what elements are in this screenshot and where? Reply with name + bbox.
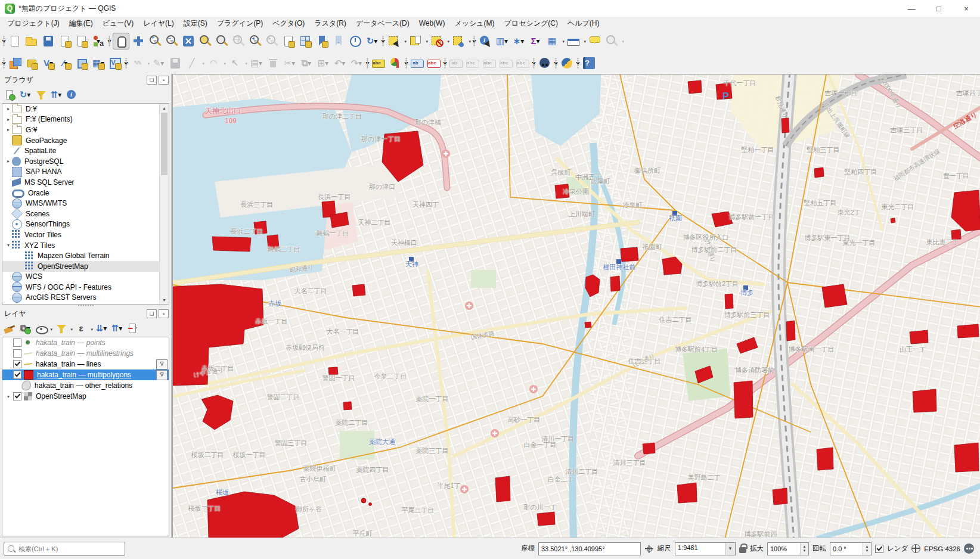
pan-map[interactable]: ▾: [113, 33, 129, 49]
open-layer-styling[interactable]: ▾: [2, 321, 17, 336]
rotation-input[interactable]: [830, 543, 863, 555]
refresh-browser[interactable]: ↻▾: [18, 88, 32, 102]
save-project[interactable]: ▾: [41, 33, 56, 49]
scroll-up-icon[interactable]: ▲: [160, 104, 169, 112]
menu-item[interactable]: 設定(S): [179, 17, 212, 30]
browser-properties[interactable]: i▾: [64, 88, 79, 102]
scroll-thumb[interactable]: [161, 113, 168, 175]
spinner-arrows-icon[interactable]: ▲▼: [863, 543, 871, 555]
refresh-map[interactable]: ↻▾: [364, 33, 380, 49]
vertex-tool[interactable]: ↖▾: [227, 55, 243, 71]
close-button[interactable]: ×: [953, 0, 980, 17]
menu-item[interactable]: ヘルプ(H): [563, 17, 604, 30]
layer-row[interactable]: hakata_train — other_relations: [2, 380, 169, 391]
pin-unpin-labels[interactable]: ab▾: [448, 55, 464, 71]
expand-arrow-icon[interactable]: [5, 127, 12, 132]
browser-item[interactable]: WCS: [2, 272, 169, 282]
browser-item[interactable]: SpatiaLite: [2, 145, 169, 156]
statistical-summary[interactable]: ▥▾: [494, 33, 510, 49]
layer-row[interactable]: OpenStreetMap: [2, 391, 169, 402]
browser-item[interactable]: WFS / OGC API - Features: [2, 282, 169, 293]
browser-item[interactable]: Mapzen Global Terrain: [2, 250, 169, 261]
toggle-editing[interactable]: ✎▾: [151, 55, 166, 71]
toggle-unplaced-labels[interactable]: abc▾: [426, 55, 442, 71]
new-geopackage-layer[interactable]: ▾: [24, 55, 39, 71]
change-label-properties[interactable]: abc▾: [515, 55, 531, 71]
filter-by-expression[interactable]: ε▾: [74, 321, 88, 336]
browser-item[interactable]: OpenStreetMap: [2, 261, 169, 272]
spinner-arrows-icon[interactable]: ▲▼: [800, 543, 808, 555]
new-print-layout[interactable]: ▾: [57, 33, 73, 49]
new-mesh-layer[interactable]: ▦▾: [91, 55, 106, 71]
add-feature[interactable]: ╱▾: [184, 55, 200, 71]
layer-row[interactable]: hakata_train — points: [2, 337, 169, 348]
select-features-by-value[interactable]: ▾: [408, 33, 423, 49]
browser-item[interactable]: D:¥: [2, 104, 169, 114]
chevron-down-icon[interactable]: ▼: [725, 543, 735, 555]
messages-icon[interactable]: [964, 544, 974, 554]
current-edits[interactable]: ✎✎▾: [129, 55, 145, 71]
menu-item[interactable]: ラスタ(R): [309, 17, 351, 30]
select-by-location[interactable]: ▾: [451, 33, 466, 49]
paste-features[interactable]: ⊞▾: [315, 55, 331, 71]
expand-arrow-icon[interactable]: [5, 159, 12, 164]
menu-item[interactable]: データベース(D): [351, 17, 414, 30]
coordinate-input[interactable]: [538, 542, 641, 555]
menu-item[interactable]: プロセシング(C): [500, 17, 563, 30]
browser-item[interactable]: XYZ Tiles: [2, 240, 169, 251]
menu-item[interactable]: Web(W): [414, 18, 450, 29]
menu-item[interactable]: メッシュ(M): [449, 17, 499, 30]
help-contents[interactable]: ?▾: [581, 55, 597, 71]
metasearch[interactable]: ▾: [537, 55, 553, 71]
new-map-view[interactable]: ▾: [281, 33, 296, 49]
panel-splitter[interactable]: [0, 303, 171, 308]
zoom-full[interactable]: ▾: [181, 33, 196, 49]
filter-browser[interactable]: ▾: [33, 88, 48, 102]
open-attribute-table[interactable]: ▦▾: [544, 33, 560, 49]
add-selected-layer[interactable]: ▾: [2, 88, 17, 102]
search-input[interactable]: [17, 545, 109, 553]
browser-item[interactable]: Scenes: [2, 209, 169, 219]
modify-attributes[interactable]: ▤▾: [249, 55, 264, 71]
new-temporary-scratch-layer[interactable]: ∕▾: [57, 55, 73, 71]
layer-checkbox[interactable]: [13, 338, 21, 347]
browser-item[interactable]: ArcGIS REST Servers: [2, 293, 169, 303]
remove-layer[interactable]: −▾: [125, 321, 139, 336]
expand-arrow-icon[interactable]: [5, 117, 12, 122]
menu-item[interactable]: レイヤ(L): [138, 17, 179, 30]
scrollbar[interactable]: ▲ ▼: [159, 104, 169, 304]
menu-item[interactable]: 編集(E): [64, 17, 98, 30]
copy-features[interactable]: ⧉▾: [299, 55, 314, 71]
layer-row[interactable]: hakata_train — multilinestrings: [2, 348, 169, 359]
browser-item[interactable]: GeoPackage: [2, 135, 169, 146]
layer-checkbox[interactable]: [13, 349, 21, 358]
maximize-button[interactable]: □: [925, 0, 953, 17]
new-spatial-bookmark[interactable]: ▾: [314, 33, 330, 49]
rotate-label[interactable]: abc▾: [498, 55, 514, 71]
deselect-features[interactable]: ▾: [429, 33, 445, 49]
layer-diagram[interactable]: ▾: [387, 55, 403, 71]
show-layout-manager[interactable]: ▾: [74, 33, 89, 49]
crs-value[interactable]: EPSG:4326: [924, 545, 960, 552]
crs-globe-icon[interactable]: [911, 544, 920, 553]
processing-toolbox[interactable]: ∗▾: [511, 33, 526, 49]
magnifier-input[interactable]: [768, 543, 800, 555]
locator-search[interactable]: [4, 542, 125, 556]
menu-item[interactable]: ベクタ(O): [268, 17, 309, 30]
browser-item[interactable]: WMS/WMTS: [2, 198, 169, 209]
filter-legend[interactable]: ▾: [54, 321, 68, 336]
highlight-pinned-labels[interactable]: ab▾: [410, 55, 425, 71]
lock-scale-icon[interactable]: [739, 547, 746, 553]
browser-item[interactable]: Oracle: [2, 188, 169, 198]
browser-item[interactable]: SAP HANA: [2, 167, 169, 178]
undock-icon[interactable]: ❏: [147, 309, 157, 318]
show-spatial-bookmarks[interactable]: ▾: [331, 33, 346, 49]
map-canvas[interactable]: P 那の津二丁目那の津一丁目那の津口那の津橋天神北出口109長浜三丁目長浜一丁目…: [172, 74, 980, 538]
layer-checkbox[interactable]: [13, 392, 21, 400]
zoom-next[interactable]: ▸▾: [264, 33, 280, 49]
zoom-last[interactable]: ◂▾: [247, 33, 263, 49]
delete-selected[interactable]: ▾: [265, 55, 281, 71]
select-features[interactable]: ▾: [386, 33, 402, 49]
zoom-to-selection[interactable]: ▾: [197, 33, 213, 49]
open-project[interactable]: ▾: [24, 33, 39, 49]
